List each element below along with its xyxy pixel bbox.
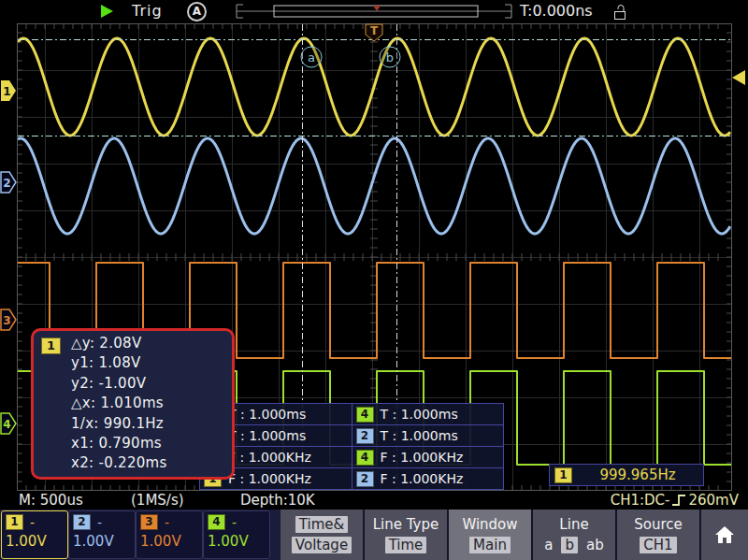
- status-bar: M: 500us (1MS/s) Depth:10K CH1:DC- 260mV: [0, 491, 748, 510]
- channel-4-marker-label: 4: [3, 418, 10, 431]
- trig-status-label: Trig: [132, 2, 163, 20]
- coupling-indicator: -: [165, 515, 169, 530]
- measure-cell: 4F : 1.000KHz: [352, 447, 504, 467]
- measure-value: F : 1.000KHz: [381, 450, 464, 465]
- menu-selected-value: Time: [385, 537, 427, 553]
- cursor-delta-x: △x: 1.010ms: [71, 394, 232, 413]
- channel-badge: 3: [140, 514, 158, 530]
- table-row: 1T : 1.000ms 2T : 1.000ms: [200, 425, 503, 447]
- cursor-x1: x1: 0.790ms: [71, 434, 232, 453]
- memory-timeline[interactable]: [234, 2, 514, 21]
- top-bar: Trig A T:0.000ns: [0, 0, 748, 23]
- auto-trigger-icon: A: [187, 2, 207, 22]
- measure-cell: 2F : 1.000KHz: [352, 468, 504, 489]
- channel-badge: 2: [356, 428, 374, 444]
- cursor-y1: y1: 1.08V: [71, 353, 232, 373]
- channel-box-3[interactable]: 3- 1.00V: [136, 510, 203, 559]
- coupling-indicator: -: [30, 515, 35, 530]
- channel-2-marker-label: 2: [3, 177, 10, 190]
- trigger-position-label: T: [370, 24, 379, 37]
- menu-label: Line Type: [373, 516, 439, 533]
- measure-table: 3T : 1.000ms 4T : 1.000ms 1T : 1.000ms 2…: [199, 403, 504, 490]
- cursor-x2: x2: -0.220ms: [71, 453, 232, 473]
- menu-time-voltage-button[interactable]: Time& Voltage: [280, 510, 365, 560]
- bottom-bar: 1- 1.00V 2- 1.00V 3- 1.00V 4- 1.00V Time…: [0, 510, 748, 560]
- channel-badge: 1: [554, 467, 572, 483]
- volts-per-div: 1.00V: [2, 533, 67, 550]
- measure-value: F : 1.000KHz: [381, 471, 464, 486]
- volts-per-div: 1.00V: [137, 533, 202, 550]
- trigger-source: CH1:DC-: [611, 492, 670, 509]
- menu-label: Time&: [295, 516, 348, 533]
- run-play-icon[interactable]: [101, 5, 113, 18]
- menu-window-button[interactable]: Window Main: [449, 510, 533, 560]
- home-icon: [712, 524, 737, 546]
- cursor-a-handle-label: a: [308, 50, 315, 65]
- timebase-readout: M: 500us: [19, 492, 83, 509]
- line-option-ab[interactable]: ab: [586, 537, 604, 553]
- rising-edge-icon: [671, 493, 686, 508]
- menu-label: Source: [634, 516, 683, 533]
- channel-badge: 1: [6, 514, 23, 530]
- trigger-level-arrow[interactable]: [732, 70, 745, 85]
- cursor-inverse-x: 1/x: 990.1Hz: [71, 414, 232, 434]
- volts-per-div: 1.00V: [204, 533, 269, 550]
- menu-line-type-button[interactable]: Line Type Time: [365, 510, 449, 560]
- table-row: 3F : 1.000KHz 4F : 1.000KHz: [200, 447, 503, 468]
- menu-label: Window: [462, 516, 517, 533]
- measure-cell: 4T : 1.000ms: [352, 404, 504, 424]
- channel-badge: 4: [208, 514, 225, 530]
- trigger-time-readout: T:0.000ns: [520, 2, 593, 20]
- volts-per-div: 1.00V: [69, 533, 135, 550]
- table-row: 3T : 1.000ms 4T : 1.000ms: [200, 404, 503, 425]
- unlock-icon[interactable]: [612, 3, 627, 21]
- menu-source-button[interactable]: Source CH1: [617, 510, 701, 560]
- menu-selected-value: Main: [469, 537, 511, 553]
- measure-cell: 2T : 1.000ms: [352, 425, 504, 446]
- cursor-delta-y: △y: 2.08V: [71, 334, 232, 353]
- trigger-level: 260mV: [688, 492, 739, 509]
- measure-value: T : 1.000ms: [228, 428, 306, 443]
- home-button[interactable]: [701, 510, 748, 560]
- channel-badge: 4: [356, 450, 374, 466]
- trigger-settings-readout: CH1:DC- 260mV: [611, 492, 739, 509]
- channel-badge: 4: [356, 407, 374, 423]
- frequency-counter: 1 999.965Hz: [549, 464, 704, 486]
- menu-label: Voltage: [292, 537, 352, 553]
- channel-box-4[interactable]: 4- 1.00V: [203, 510, 270, 559]
- measure-value: T : 1.000ms: [381, 428, 458, 443]
- line-option-b[interactable]: b: [561, 537, 578, 553]
- menu-bar: Time& Voltage Line Type Time Window Main…: [280, 510, 748, 560]
- coupling-indicator: -: [232, 515, 237, 530]
- channel-box-2[interactable]: 2- 1.00V: [68, 510, 136, 559]
- measure-value: F : 1.000KHz: [228, 471, 311, 486]
- measure-value: F : 1.000KHz: [228, 450, 311, 465]
- timeline-trigger-position-icon[interactable]: [373, 6, 381, 11]
- cursor-b-handle-label: b: [386, 50, 394, 65]
- sample-rate-readout: (1MS/s): [131, 492, 184, 509]
- measure-value: T : 1.000ms: [381, 407, 458, 422]
- memory-depth-readout: Depth:10K: [240, 492, 315, 509]
- cursor-measure-panel: 1 △y: 2.08V y1: 1.08V y2: -1.00V △x: 1.0…: [31, 328, 235, 480]
- menu-selected-value: CH1: [640, 537, 676, 553]
- menu-label: Line: [559, 516, 588, 533]
- channel-badge: 2: [356, 471, 374, 487]
- cursor-y2: y2: -1.00V: [71, 374, 232, 394]
- line-option-a[interactable]: a: [544, 537, 553, 553]
- channel-box-1[interactable]: 1- 1.00V: [1, 510, 68, 559]
- channel-3-marker-label: 3: [3, 314, 10, 327]
- menu-line-button[interactable]: Line a b ab: [533, 510, 617, 560]
- channel-badge: 2: [73, 514, 91, 530]
- oscilloscope-screen: Trig A T:0.000ns abT1234 1 △y: 2.08V y1:…: [0, 0, 748, 560]
- cursor-panel-channel-badge: 1: [41, 337, 61, 354]
- channel-1-trace: [18, 38, 730, 136]
- measure-value: T : 1.000ms: [228, 407, 306, 422]
- channel-1-marker-label: 1: [3, 85, 10, 98]
- frequency-value: 999.965Hz: [572, 467, 703, 483]
- coupling-indicator: -: [97, 515, 102, 530]
- table-row: 1F : 1.000KHz 2F : 1.000KHz: [200, 468, 503, 489]
